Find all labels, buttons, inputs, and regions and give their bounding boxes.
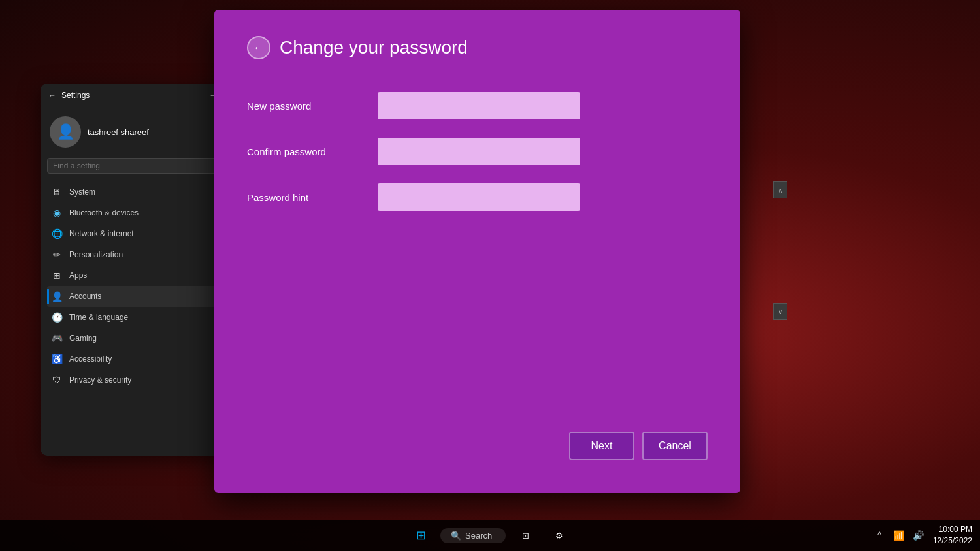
- password-hint-group: Password hint: [247, 183, 708, 211]
- network-tray-icon[interactable]: 📶: [890, 526, 908, 544]
- task-view-button[interactable]: ⊡: [511, 521, 540, 550]
- sidebar-item-label: Accessibility: [69, 354, 112, 364]
- settings-taskbar-button[interactable]: ⚙: [545, 521, 574, 550]
- settings-taskbar-icon: ⚙: [555, 531, 563, 541]
- password-hint-input[interactable]: [378, 183, 580, 211]
- settings-title-left: ← Settings: [48, 91, 90, 100]
- sidebar-item-label: Bluetooth & devices: [69, 208, 139, 217]
- sidebar-item-label: Time & language: [69, 313, 128, 322]
- sidebar-item-label: System: [69, 187, 95, 197]
- taskbar: ⊞ 🔍 Search ⊡ ⚙ ^ 📶 🔊 10:00 PM 12/25/2022: [0, 520, 980, 551]
- dialog-title: Change your password: [280, 37, 468, 58]
- time-icon: 🕐: [51, 311, 63, 323]
- new-password-group: New password: [247, 92, 708, 119]
- system-tray: ^ 📶 🔊: [870, 526, 928, 544]
- volume-tray-icon[interactable]: 🔊: [909, 526, 928, 544]
- task-view-icon: ⊡: [522, 531, 529, 541]
- personalization-icon: ✏: [51, 249, 63, 260]
- sidebar-item-label: Personalization: [69, 250, 123, 259]
- tray-icon-1[interactable]: ^: [870, 526, 889, 544]
- new-password-input[interactable]: [378, 92, 580, 119]
- dialog-form: New password Confirm password Password h…: [247, 92, 708, 229]
- sidebar-item-label: Network & internet: [69, 229, 134, 238]
- change-password-dialog: ← Change your password New password Conf…: [214, 10, 740, 493]
- settings-back-btn[interactable]: ←: [48, 91, 56, 100]
- password-hint-label: Password hint: [247, 192, 378, 203]
- start-button[interactable]: ⊞: [406, 521, 435, 550]
- system-icon: 🖥: [51, 186, 63, 198]
- next-button[interactable]: Next: [569, 432, 634, 460]
- clock-time: 10:00 PM: [933, 524, 972, 535]
- cancel-button[interactable]: Cancel: [642, 432, 708, 460]
- bluetooth-icon: ◉: [51, 207, 63, 219]
- confirm-password-group: Confirm password: [247, 138, 708, 165]
- confirm-password-input[interactable]: [378, 138, 580, 165]
- dialog-footer: Next Cancel: [247, 432, 708, 467]
- clock-date: 12/25/2022: [933, 535, 972, 546]
- side-scroll-down[interactable]: ∨: [773, 303, 787, 320]
- accessibility-icon: ♿: [51, 353, 63, 365]
- privacy-icon: 🛡: [51, 374, 63, 386]
- confirm-password-label: Confirm password: [247, 146, 378, 157]
- network-icon: 🌐: [51, 228, 63, 240]
- taskbar-right: ^ 📶 🔊 10:00 PM 12/25/2022: [870, 524, 972, 546]
- side-scroll-controls: ∧ ∨: [773, 181, 787, 320]
- accounts-icon: 👤: [51, 291, 63, 302]
- taskbar-center: ⊞ 🔍 Search ⊡ ⚙: [406, 521, 574, 550]
- apps-icon: ⊞: [51, 270, 63, 281]
- desktop: ← Settings ─ □ ✕ 👤 tashreef shareef 🔍: [0, 0, 980, 551]
- settings-title-text: Settings: [61, 91, 90, 100]
- user-name: tashreef shareef: [88, 127, 149, 137]
- clock-area[interactable]: 10:00 PM 12/25/2022: [933, 524, 972, 546]
- dialog-back-button[interactable]: ←: [247, 36, 270, 59]
- new-password-label: New password: [247, 101, 378, 112]
- sidebar-item-label: Accounts: [69, 292, 101, 301]
- side-scroll-up[interactable]: ∧: [773, 181, 787, 198]
- sidebar-item-label: Privacy & security: [69, 375, 131, 385]
- taskbar-search[interactable]: 🔍 Search: [440, 528, 506, 543]
- sidebar-item-label: Gaming: [69, 334, 97, 343]
- avatar: 👤: [50, 116, 81, 148]
- dialog-header: ← Change your password: [247, 36, 708, 59]
- avatar-icon: 👤: [57, 123, 74, 140]
- sidebar-item-label: Apps: [69, 271, 87, 280]
- settings-search-input[interactable]: [53, 161, 240, 170]
- windows-logo-icon: ⊞: [416, 528, 426, 543]
- back-arrow-icon: ←: [253, 41, 265, 55]
- taskbar-search-label: Search: [465, 531, 492, 541]
- taskbar-search-icon: 🔍: [451, 531, 461, 541]
- gaming-icon: 🎮: [51, 332, 63, 344]
